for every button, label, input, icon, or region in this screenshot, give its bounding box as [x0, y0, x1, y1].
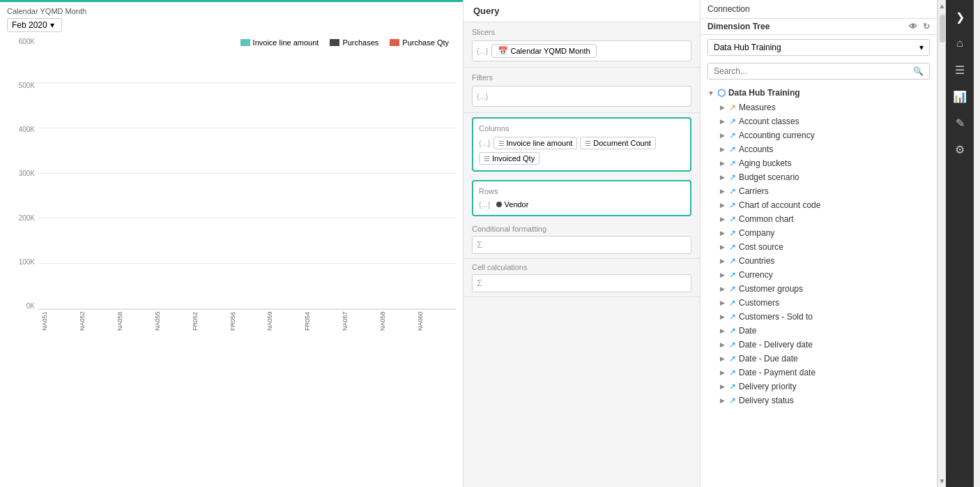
rows-label: Rows: [479, 187, 684, 195]
x-label-7: FR054 - Siren Info: [304, 311, 340, 331]
slicer-chip[interactable]: 📅 Calendar YQMD Month: [491, 44, 597, 58]
tree-item-label-8: Common chart: [739, 214, 794, 224]
measure-icon-3: ☰: [484, 155, 490, 163]
tree-item-12[interactable]: ▶↗Currency: [700, 268, 937, 282]
slicers-area[interactable]: {...} 📅 Calendar YQMD Month: [472, 40, 691, 61]
dim-search-box[interactable]: 🔍: [707, 63, 930, 80]
chart-panel: Calendar YQMD Month Feb 2020 ▾ Invoice l…: [0, 0, 464, 487]
dim-panel-header: Connection: [700, 0, 937, 19]
tree-expand-arrow-0: ▶: [720, 104, 725, 111]
chip-invoicedqty[interactable]: ☰ Invoiced Qty: [479, 152, 539, 165]
tree-item-18[interactable]: ▶↗Date - Due date: [700, 352, 937, 366]
cond-box[interactable]: Σ: [472, 236, 691, 254]
tree-item-21[interactable]: ▶↗Delivery status: [700, 394, 937, 407]
rows-box: Rows {...} Vendor: [472, 180, 691, 216]
tree-dim-icon-16: ↗: [729, 326, 736, 336]
tree-item-16[interactable]: ▶↗Date: [700, 324, 937, 338]
tree-item-1[interactable]: ▶↗Account classes: [700, 114, 937, 128]
dropdown-value: Feb 2020: [12, 20, 47, 30]
tree-item-10[interactable]: ▶↗Cost source: [700, 240, 937, 254]
dim-sub-header: Dimension Tree 👁 ↻: [700, 19, 937, 35]
chart-title: Calendar YQMD Month: [7, 7, 456, 15]
dim-selector[interactable]: Data Hub Training ▾: [707, 39, 930, 56]
tree-item-13[interactable]: ▶↗Customer groups: [700, 282, 937, 296]
tree-expand-arrow-3: ▶: [720, 146, 725, 153]
tree-expand-arrow-7: ▶: [720, 202, 725, 209]
tree-item-19[interactable]: ▶↗Date - Payment date: [700, 366, 937, 380]
measure-icon-1: ☰: [498, 140, 505, 147]
grid-line-600k: [38, 82, 456, 83]
chart-area: 600K 500K 400K 300K 200K 100K 0K NA051 -…: [7, 38, 456, 331]
tree-dim-icon-19: ↗: [729, 368, 736, 377]
connection-label: Connection: [707, 4, 750, 14]
chip-doccount[interactable]: ☰ Document Count: [580, 137, 656, 149]
cond-section: Conditional formatting Σ: [464, 220, 700, 259]
nav-list-icon[interactable]: ☰: [949, 59, 971, 81]
tree-item-17[interactable]: ▶↗Date - Delivery date: [700, 338, 937, 352]
scroll-thumb[interactable]: [940, 15, 945, 43]
tree-item-8[interactable]: ▶↗Common chart: [700, 212, 937, 226]
cell-calc-box[interactable]: Σ: [472, 274, 691, 292]
eye-icon[interactable]: 👁: [909, 22, 917, 31]
tree-item-0[interactable]: ▶↗Measures: [700, 100, 937, 114]
x-label-3: NA055 - GenSup: [154, 311, 190, 331]
tree-expand-arrow-13: ▶: [720, 285, 725, 292]
tree-expand-arrow-16: ▶: [720, 327, 725, 334]
tree-dim-icon-14: ↗: [729, 298, 736, 308]
refresh-icon[interactable]: ↻: [923, 22, 930, 31]
chip-invoicedqty-label: Invoiced Qty: [492, 154, 535, 163]
row-placeholder: {...}: [479, 200, 491, 209]
tree-item-label-0: Measures: [739, 103, 776, 112]
x-label-6: NA059 - Easton: [266, 311, 303, 331]
tree-item-6[interactable]: ▶↗Carriers: [700, 184, 937, 198]
dropdown-arrow-icon: ▾: [50, 20, 54, 30]
tree-item-label-2: Accounting currency: [739, 130, 815, 140]
x-label-5: FR056 - Ifac: [229, 311, 266, 331]
y-axis: 600K 500K 400K 300K 200K 100K 0K: [7, 38, 38, 310]
scroll-bar[interactable]: ▲ ▼: [937, 0, 946, 487]
columns-label: Columns: [479, 124, 684, 133]
tree-item-15[interactable]: ▶↗Customers - Sold to: [700, 310, 937, 324]
x-label-8: NA057 - Genesis: [342, 311, 378, 331]
tree-item-2[interactable]: ▶↗Accounting currency: [700, 128, 937, 142]
columns-chips: {...} ☰ Invoice line amount ☰ Document C…: [479, 137, 684, 165]
tree-item-3[interactable]: ▶↗Accounts: [700, 142, 937, 156]
tree-item-label-15: Customers - Sold to: [739, 312, 813, 322]
tree-item-9[interactable]: ▶↗Company: [700, 226, 937, 240]
grid-line-0k: [38, 308, 456, 309]
tree-dim-icon-13: ↗: [729, 284, 736, 294]
tree-item-label-13: Customer groups: [739, 284, 803, 294]
query-header: Query: [464, 0, 700, 22]
chart-dropdown[interactable]: Feb 2020 ▾: [7, 18, 62, 32]
tree-item-4[interactable]: ▶↗Aging buckets: [700, 156, 937, 170]
tree-item-20[interactable]: ▶↗Delivery priority: [700, 380, 937, 394]
tree-dim-icon-15: ↗: [729, 312, 736, 322]
tree-item-label-10: Cost source: [739, 242, 783, 252]
dim-search-input[interactable]: [714, 66, 913, 76]
tree-root[interactable]: ▼⬡Data Hub Training: [700, 85, 937, 100]
tree-item-label-20: Delivery priority: [739, 382, 797, 391]
x-label-2: NA056 - Cargill: [116, 311, 153, 331]
row-vendor-chip[interactable]: {...} Vendor: [479, 200, 528, 209]
nav-expand-icon[interactable]: ❯: [949, 6, 971, 28]
tree-item-7[interactable]: ▶↗Chart of account code: [700, 198, 937, 212]
tree-dim-icon-9: ↗: [729, 228, 736, 238]
tree-item-label-16: Date: [739, 326, 756, 336]
tree-item-14[interactable]: ▶↗Customers: [700, 296, 937, 310]
nav-edit-icon[interactable]: ✎: [949, 112, 971, 134]
tree-item-11[interactable]: ▶↗Countries: [700, 254, 937, 268]
filters-area[interactable]: {...}: [472, 86, 691, 107]
root-label: Data Hub Training: [728, 88, 800, 98]
nav-settings-icon[interactable]: ⚙: [949, 138, 971, 160]
tree-item-5[interactable]: ▶↗Budget scenario: [700, 170, 937, 184]
tree-dim-icon-12: ↗: [729, 270, 736, 280]
chip-invoice[interactable]: ☰ Invoice line amount: [493, 137, 578, 149]
nav-home-icon[interactable]: ⌂: [949, 32, 971, 54]
tree-dim-icon-3: ↗: [729, 144, 736, 154]
grid-line-300k: [38, 218, 456, 218]
query-panel: Query Slicers {...} 📅 Calendar YQMD Mont…: [464, 0, 700, 487]
chip-invoice-label: Invoice line amount: [507, 139, 573, 147]
nav-chart-icon[interactable]: 📊: [949, 85, 971, 107]
tree-item-label-11: Countries: [739, 256, 774, 266]
tree-expand-arrow-9: ▶: [720, 230, 725, 237]
